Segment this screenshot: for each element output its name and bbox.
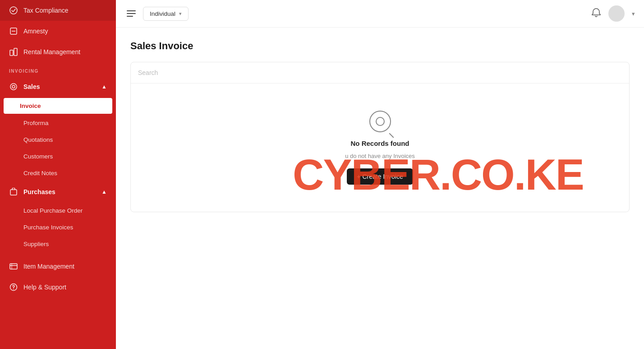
main-content: Individual ▾ ▾ Sales Invoice xyxy=(116,0,644,349)
sidebar-sub-item-quotations[interactable]: Quotations xyxy=(0,131,116,148)
sales-label: Sales xyxy=(23,83,40,90)
proforma-label: Proforma xyxy=(23,120,49,126)
customers-label: Customers xyxy=(23,153,53,160)
notification-bell-icon[interactable] xyxy=(591,8,601,20)
rental-management-icon xyxy=(9,47,18,56)
empty-title: No Records found xyxy=(351,140,409,147)
sidebar-item-help-support[interactable]: Help & Support xyxy=(0,277,116,298)
svg-point-6 xyxy=(12,85,15,88)
sidebar-sub-item-customers[interactable]: Customers xyxy=(0,148,116,165)
page-content-area: Sales Invoice No Records found u do not … xyxy=(116,28,644,349)
svg-rect-3 xyxy=(10,50,13,56)
topbar-right: ▾ xyxy=(591,5,635,22)
svg-point-12 xyxy=(13,289,14,290)
sidebar: Tax Compliance Amnesty Rental Management… xyxy=(0,0,116,349)
item-management-icon xyxy=(9,262,18,271)
sidebar-item-tax-compliance[interactable]: Tax Compliance xyxy=(0,0,116,21)
tax-compliance-icon xyxy=(9,6,18,15)
topbar-chevron-icon[interactable]: ▾ xyxy=(632,10,635,17)
search-bar-container xyxy=(131,62,629,84)
sidebar-label-rental-management: Rental Management xyxy=(23,48,80,56)
sales-invoice-card: No Records found u do not have any Invoi… xyxy=(130,62,630,212)
help-support-label: Help & Support xyxy=(23,284,66,291)
item-management-label: Item Management xyxy=(23,263,74,270)
sidebar-sub-item-credit-notes[interactable]: Credit Notes xyxy=(0,165,116,181)
svg-point-0 xyxy=(10,7,17,14)
create-invoice-button[interactable]: + Create Invoice xyxy=(347,168,413,185)
svg-rect-4 xyxy=(14,48,17,56)
menu-toggle-button[interactable] xyxy=(125,9,138,19)
topbar: Individual ▾ ▾ xyxy=(116,0,644,28)
sidebar-item-sales[interactable]: Sales ▲ xyxy=(0,76,116,97)
search-input[interactable] xyxy=(138,69,622,76)
quotations-label: Quotations xyxy=(23,136,53,143)
purchase-invoices-label: Purchase Invoices xyxy=(23,224,73,231)
sales-chevron: ▲ xyxy=(101,84,107,90)
dropdown-label: Individual xyxy=(150,10,175,17)
sidebar-item-purchases[interactable]: Purchases ▲ xyxy=(0,181,116,202)
empty-subtitle: u do not have any Invoices xyxy=(345,153,415,159)
sidebar-item-amnesty[interactable]: Amnesty xyxy=(0,21,116,42)
amnesty-icon xyxy=(9,27,18,36)
sidebar-label-tax-compliance: Tax Compliance xyxy=(23,7,69,14)
sidebar-item-item-management[interactable]: Item Management xyxy=(0,256,116,277)
purchases-icon xyxy=(9,187,18,196)
user-avatar[interactable] xyxy=(608,5,625,22)
suppliers-label: Suppliers xyxy=(23,241,49,247)
sidebar-sub-item-local-purchase-order[interactable]: Local Purchase Order xyxy=(0,202,116,219)
sidebar-label-amnesty: Amnesty xyxy=(23,28,48,35)
sidebar-sub-item-purchase-invoices[interactable]: Purchase Invoices xyxy=(0,219,116,236)
purchases-label: Purchases xyxy=(23,188,55,195)
empty-state: No Records found u do not have any Invoi… xyxy=(131,84,629,212)
help-icon xyxy=(9,283,18,292)
sidebar-sub-item-suppliers[interactable]: Suppliers xyxy=(0,236,116,252)
empty-search-icon xyxy=(369,111,391,132)
dropdown-chevron-icon: ▾ xyxy=(179,11,182,17)
sidebar-sub-item-proforma[interactable]: Proforma xyxy=(0,115,116,131)
svg-rect-8 xyxy=(10,264,17,269)
sidebar-sub-item-invoice[interactable]: Invoice xyxy=(4,98,112,114)
page-title: Sales Invoice xyxy=(130,40,630,52)
create-invoice-label: + Create Invoice xyxy=(357,173,403,180)
svg-rect-7 xyxy=(10,190,17,195)
svg-point-5 xyxy=(10,84,17,90)
purchases-chevron: ▲ xyxy=(101,189,107,195)
lpo-label: Local Purchase Order xyxy=(23,207,83,214)
individual-dropdown[interactable]: Individual ▾ xyxy=(143,7,189,21)
sales-icon xyxy=(9,82,18,91)
sidebar-item-rental-management[interactable]: Rental Management xyxy=(0,42,116,62)
credit-notes-label: Credit Notes xyxy=(23,170,57,177)
invoicing-section-label: INVOICING xyxy=(0,62,116,76)
invoice-label: Invoice xyxy=(20,102,41,109)
